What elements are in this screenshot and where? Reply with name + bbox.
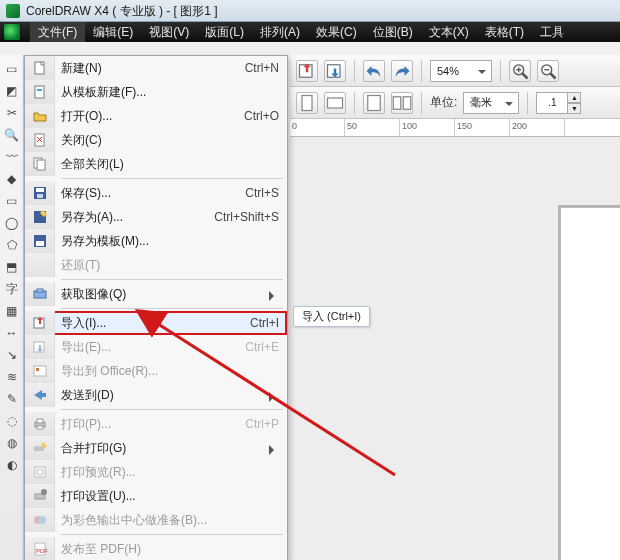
menu-item-label: 获取图像(Q) — [61, 286, 279, 303]
toolbar-zoom-in-button[interactable] — [509, 60, 531, 82]
zoom-tool-icon[interactable]: 🔍 — [2, 125, 22, 145]
basic-shapes-icon[interactable]: ⬒ — [2, 257, 22, 277]
menu-item-shortcut: Ctrl+S — [235, 186, 279, 200]
ellipse-tool-icon[interactable]: ◯ — [2, 213, 22, 233]
submenu-chevron-icon — [269, 392, 279, 402]
menu-tools[interactable]: 工具 — [532, 22, 572, 42]
menu-edit[interactable]: 编辑(E) — [85, 22, 141, 42]
menu-item-shortcut: Ctrl+E — [235, 340, 279, 354]
menu-item-label: 打印(P)... — [61, 416, 235, 433]
menubar: 文件(F) 编辑(E) 视图(V) 版面(L) 排列(A) 效果(C) 位图(B… — [0, 22, 620, 42]
zoom-select[interactable]: 54% — [430, 60, 492, 82]
menu-view[interactable]: 视图(V) — [141, 22, 197, 42]
file-menu-item[interactable]: 发送到(D) — [25, 383, 287, 407]
canvas-area[interactable] — [290, 137, 620, 560]
file-menu-item: 打印(P)...Ctrl+P — [25, 412, 287, 436]
table-tool-icon[interactable]: ▦ — [2, 301, 22, 321]
file-menu-item[interactable]: 获取图像(Q) — [25, 282, 287, 306]
svg-rect-32 — [34, 366, 46, 376]
menu-item-label: 导出(E)... — [61, 339, 235, 356]
file-menu-item[interactable]: 保存(S)...Ctrl+S — [25, 181, 287, 205]
fill-tool-icon[interactable]: ◍ — [2, 433, 22, 453]
freehand-tool-icon[interactable]: 〰 — [2, 147, 22, 167]
portrait-icon — [297, 93, 317, 113]
svg-rect-12 — [393, 96, 401, 109]
interactive-fill-icon[interactable]: ◐ — [2, 455, 22, 475]
toolbar-export-button[interactable] — [324, 60, 346, 82]
menu-arrange[interactable]: 排列(A) — [252, 22, 308, 42]
svg-point-41 — [41, 489, 47, 495]
file-menu-item[interactable]: 全部关闭(L) — [25, 152, 287, 176]
eyedropper-tool-icon[interactable]: ✎ — [2, 389, 22, 409]
close-all-icon — [25, 152, 55, 176]
file-menu-item[interactable]: 新建(N)Ctrl+N — [25, 56, 287, 80]
close-doc-icon — [25, 128, 55, 152]
file-menu-item[interactable]: 合并打印(G) — [25, 436, 287, 460]
svg-rect-11 — [368, 95, 381, 110]
app-orb-icon[interactable] — [4, 24, 20, 40]
file-menu-item[interactable]: 导入(I)...Ctrl+I — [25, 311, 287, 335]
toolbar-separator — [527, 92, 528, 114]
menu-item-label: 导出到 Office(R)... — [61, 363, 279, 380]
dimension-tool-icon[interactable]: ↔ — [2, 323, 22, 343]
window-title: CorelDRAW X4 ( 专业版 ) - [ 图形1 ] — [26, 0, 218, 22]
shape-tool-icon[interactable]: ◩ — [2, 81, 22, 101]
zoom-out-icon — [538, 61, 558, 81]
menu-layout[interactable]: 版面(L) — [197, 22, 252, 42]
pick-tool-icon[interactable]: ▭ — [2, 59, 22, 79]
file-menu-item[interactable]: 另存为(A)...Ctrl+Shift+S — [25, 205, 287, 229]
menu-item-label: 打印设置(U)... — [61, 488, 279, 505]
page-layout-button-2[interactable] — [391, 92, 413, 114]
svg-rect-37 — [34, 446, 44, 451]
svg-rect-13 — [403, 96, 411, 109]
connector-tool-icon[interactable]: ↘ — [2, 345, 22, 365]
file-menu-item: PDF发布至 PDF(H) — [25, 537, 287, 560]
crop-tool-icon[interactable]: ✂ — [2, 103, 22, 123]
export-office-icon — [25, 359, 55, 383]
new-template-icon — [25, 80, 55, 104]
svg-rect-14 — [35, 62, 44, 74]
file-menu-item[interactable]: 另存为模板(M)... — [25, 229, 287, 253]
ruler-tick: 100 — [400, 119, 455, 136]
menu-item-label: 打开(O)... — [61, 108, 234, 125]
menu-item-label: 还原(T) — [61, 257, 279, 274]
ruler-tick: 0 — [290, 119, 345, 136]
nudge-spinner[interactable]: .1 ▲▼ — [536, 92, 581, 114]
toolbar-redo-button[interactable] — [391, 60, 413, 82]
rectangle-tool-icon[interactable]: ▭ — [2, 191, 22, 211]
file-menu-item[interactable]: 从模板新建(F)... — [25, 80, 287, 104]
toolbar-zoom-out-button[interactable] — [537, 60, 559, 82]
zoom-in-icon — [510, 61, 530, 81]
menu-text[interactable]: 文本(X) — [421, 22, 477, 42]
menu-bitmaps[interactable]: 位图(B) — [365, 22, 421, 42]
menu-file[interactable]: 文件(F) — [30, 22, 85, 42]
open-folder-icon — [25, 104, 55, 128]
color-proof-icon — [25, 508, 55, 532]
page[interactable] — [560, 207, 620, 560]
toolbox: ▭ ◩ ✂ 🔍 〰 ◆ ▭ ◯ ⬠ ⬒ 字 ▦ ↔ ↘ ≋ ✎ ◌ ◍ ◐ — [0, 55, 24, 560]
menu-table[interactable]: 表格(T) — [477, 22, 532, 42]
spinner-arrows[interactable]: ▲▼ — [567, 92, 581, 114]
toolbar-import-button[interactable] — [296, 60, 318, 82]
menu-effects[interactable]: 效果(C) — [308, 22, 365, 42]
file-menu-item[interactable]: 打印设置(U)... — [25, 484, 287, 508]
toolbar-separator — [354, 60, 355, 82]
menu-item-label: 发布至 PDF(H) — [61, 541, 279, 558]
file-menu-item[interactable]: 打开(O)...Ctrl+O — [25, 104, 287, 128]
outline-tool-icon[interactable]: ◌ — [2, 411, 22, 431]
smart-fill-icon[interactable]: ◆ — [2, 169, 22, 189]
toolbar-separator — [421, 60, 422, 82]
orientation-portrait-button[interactable] — [296, 92, 318, 114]
unit-select[interactable]: 毫米 — [463, 92, 519, 114]
interactive-blend-icon[interactable]: ≋ — [2, 367, 22, 387]
ruler-horizontal: 0 50 100 150 200 — [290, 119, 620, 137]
file-menu-item: 导出到 Office(R)... — [25, 359, 287, 383]
file-menu-item[interactable]: 关闭(C) — [25, 128, 287, 152]
polygon-tool-icon[interactable]: ⬠ — [2, 235, 22, 255]
nudge-value[interactable]: .1 — [536, 92, 568, 114]
orientation-landscape-button[interactable] — [324, 92, 346, 114]
page-layout-button-1[interactable] — [363, 92, 385, 114]
text-tool-icon[interactable]: 字 — [2, 279, 22, 299]
toolbar-undo-button[interactable] — [363, 60, 385, 82]
ruler-tick: 150 — [455, 119, 510, 136]
